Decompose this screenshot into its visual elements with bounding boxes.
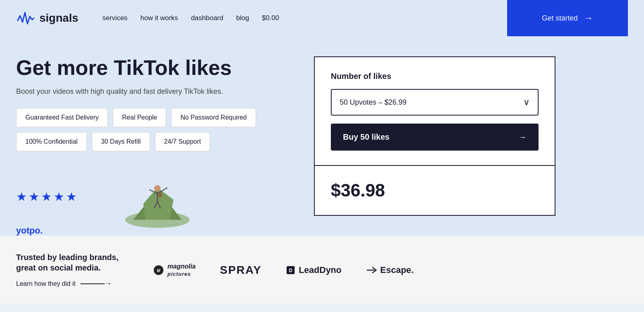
figurine-area [117,163,198,229]
star-5: ★ [66,190,77,204]
header: signals services how it works dashboard … [0,0,644,36]
hero-section: Get more TikTok likes Boost your videos … [0,36,644,236]
brands-section: Trusted by leading brands, great on soci… [0,236,644,304]
learn-link-line [80,283,105,284]
logo[interactable]: signals [16,8,78,28]
arrow-right-icon: → [584,13,593,23]
badges-container: Guaranteed Fast Delivery Real People No … [16,108,298,151]
figurine-illustration [117,163,198,228]
nav-how-it-works[interactable]: how it works [140,14,178,22]
brand-magnolia: M magnoliapictures [153,263,196,277]
hero-title: Get more TikTok likes [16,56,298,79]
review-section: ★ ★ ★ ★ ★ [16,163,298,229]
badge-no-password: No Password Required [171,108,256,127]
svg-text:D: D [289,268,293,273]
star-3: ★ [41,190,52,204]
star-rating: ★ ★ ★ ★ ★ [16,190,77,204]
dropdown-value: 50 Upvotes – $26.99 [340,98,407,107]
nav-services[interactable]: services [102,14,127,22]
star-4: ★ [54,190,64,204]
hero-subtitle: Boost your videos with high quality and … [16,87,258,96]
star-2: ★ [29,190,39,204]
magnolia-icon: M [153,264,164,276]
balance-display: $0.00 [262,14,279,22]
brand-logos: M magnoliapictures SPRAY D LeadDyno Esca… [153,263,628,277]
buy-button-label: Buy 50 likes [343,132,390,142]
card-bottom: $36.98 [315,166,555,215]
brand-leaddyno: D LeadDyno [286,265,341,275]
purchase-card: Number of likes 50 Upvotes – $26.99 ∨ Bu… [314,56,555,216]
badge-support: 24/7 Support [155,132,211,151]
logo-icon [16,8,35,28]
brand-escape: Escape. [366,265,414,275]
learn-arrow-icon: → [105,279,112,288]
badge-refill: 30 Days Refill [92,132,150,151]
logo-text: signals [39,12,78,25]
svg-point-4 [154,185,161,192]
brands-title: Trusted by leading brands, great on soci… [16,252,129,273]
card-label: Number of likes [331,72,539,81]
get-started-button[interactable]: Get started → [507,0,628,36]
brands-text: Trusted by leading brands, great on soci… [16,252,129,288]
leaddyno-icon: D [286,265,295,275]
learn-link[interactable]: Learn how they did it → [16,279,129,288]
get-started-label: Get started [542,14,578,23]
escape-icon [366,266,377,274]
svg-text:M: M [157,269,161,273]
learn-link-text: Learn how they did it [16,280,76,287]
likes-dropdown[interactable]: 50 Upvotes – $26.99 ∨ [331,89,539,116]
price-display: $36.98 [331,180,539,200]
badge-real-people: Real People [113,108,166,127]
star-1: ★ [16,190,27,204]
buy-button[interactable]: Buy 50 likes → [331,124,539,151]
nav-dashboard[interactable]: dashboard [191,14,223,22]
brand-spray: SPRAY [220,264,262,277]
svg-rect-9 [159,192,162,197]
chevron-down-icon: ∨ [523,97,530,107]
badge-fast-delivery: Guaranteed Fast Delivery [16,108,108,127]
main-nav: services how it works dashboard blog $0.… [102,14,491,22]
nav-blog[interactable]: blog [236,14,249,22]
card-top: Number of likes 50 Upvotes – $26.99 ∨ Bu… [315,57,555,166]
hero-left: Get more TikTok likes Boost your videos … [16,56,298,236]
buy-arrow-icon: → [518,132,526,142]
badge-confidential: 100% Confidential [16,132,87,151]
